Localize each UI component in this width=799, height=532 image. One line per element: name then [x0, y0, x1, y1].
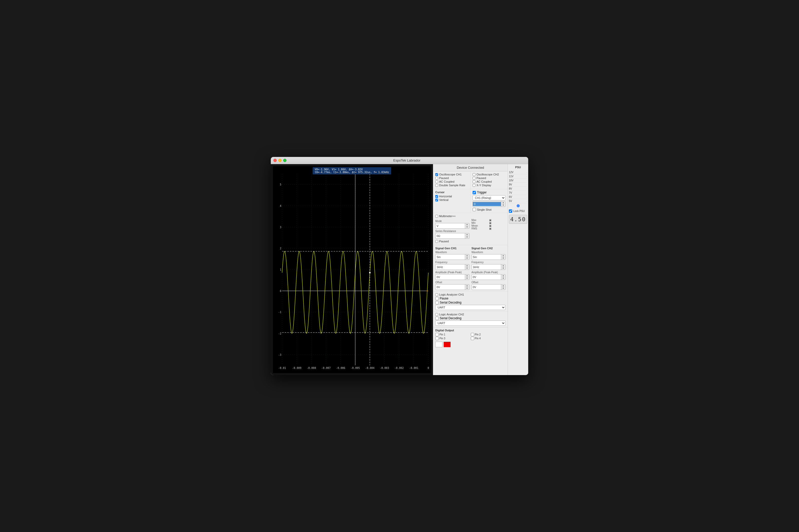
siggen-ch1-freq-up-button[interactable]: ▲: [465, 264, 469, 267]
cursor-horizontal-checkbox[interactable]: [435, 195, 438, 198]
psu-display: 4.50: [509, 215, 527, 224]
siggen-ch1-freq-buttons: ▲ ▼: [465, 264, 469, 270]
siggen-ch2-freq-input[interactable]: [472, 265, 501, 269]
lock-psu-checkbox[interactable]: [509, 209, 512, 213]
multimeter-left: Mode ▲ ▼ Series Resistance: [435, 218, 469, 243]
cursor-vertical-checkbox[interactable]: [435, 198, 438, 202]
siggen-ch1-offset-input[interactable]: [435, 285, 465, 289]
siggen-ch1-freq-down-button[interactable]: ▼: [465, 267, 469, 270]
logic-ch1-pause-label: Pause: [440, 297, 448, 300]
logic-ch1-serial-row: Serial Decoding: [435, 301, 505, 304]
trigger-value-input[interactable]: [473, 202, 501, 206]
logic-ch1-checkbox[interactable]: [435, 293, 438, 296]
maximize-button[interactable]: [283, 159, 286, 162]
siggen-ch1-offset-label: Offset: [435, 281, 469, 284]
siggen-ch2-offset-up-button[interactable]: ▲: [501, 285, 505, 287]
siggen-ch2-amp-spinner: ▲ ▼: [471, 274, 506, 280]
osc-ch2-ac-checkbox[interactable]: [472, 180, 476, 183]
multimeter-checkbox[interactable]: [435, 215, 438, 217]
mode-increment-button[interactable]: ▲: [465, 223, 469, 226]
cursor-vertical-label: Vertical: [439, 198, 448, 202]
siggen-ch2-col: Signal Gen CH2 Waveform ▲ ▼ Frequency ▲: [471, 247, 506, 290]
siggen-ch2-amp-input[interactable]: [472, 275, 501, 279]
siggen-ch2-freq-up-button[interactable]: ▲: [501, 264, 505, 267]
series-resistance-increment-button[interactable]: ▲: [465, 233, 469, 236]
siggen-ch2-offset-input[interactable]: [472, 285, 501, 289]
pin2-label: Pin 2: [475, 333, 481, 336]
mean-icon: ▣: [489, 224, 505, 227]
trigger-increment-button[interactable]: ▲: [501, 202, 505, 204]
pin4-checkbox[interactable]: [471, 337, 474, 340]
logic-ch2-checkbox[interactable]: [435, 313, 438, 316]
oscilloscope-row: Oscilloscope CH1 Paused AC Coupled Doubl…: [433, 171, 508, 189]
pin1-checkbox[interactable]: [435, 333, 439, 336]
osc-ch2-ac-row: AC Coupled: [472, 180, 505, 183]
logic-ch1-uart-select[interactable]: UART SPI I2C: [435, 305, 505, 310]
siggen-ch1-amp-up-button[interactable]: ▲: [465, 274, 469, 277]
rms-row: RMS ▣: [471, 227, 506, 230]
osc-ch1-paused-checkbox[interactable]: [435, 177, 438, 179]
oscilloscope-canvas[interactable]: [273, 166, 431, 373]
mode-label: Mode: [435, 220, 469, 223]
minimize-button[interactable]: [278, 159, 282, 162]
pin3-checkbox[interactable]: [435, 337, 439, 340]
siggen-ch1-waveform-input[interactable]: [435, 255, 465, 259]
mode-decrement-button[interactable]: ▼: [465, 226, 469, 228]
osc-ch2-xy-checkbox[interactable]: [472, 184, 476, 187]
siggen-ch2-freq-down-button[interactable]: ▼: [501, 267, 505, 270]
cursor-vertical-row: Vertical: [435, 198, 468, 202]
red-swatch[interactable]: [444, 342, 451, 347]
pin3-row: Pin 3: [435, 337, 470, 340]
main-content: V0=-1.96V, V1= 1.86V, ΔV=-3.82V t0=-4.77…: [271, 164, 528, 375]
series-resistance-decrement-button[interactable]: ▼: [465, 236, 469, 239]
siggen-ch1-freq-input[interactable]: [435, 265, 465, 269]
siggen-ch1-waveform-down-button[interactable]: ▼: [465, 257, 469, 260]
digital-output-section: Digital Output Pin 1 Pin 2 Pin 3: [433, 327, 508, 348]
trigger-mode-select[interactable]: CH1 (Rising) CH1 (Falling) CH2 (Rising) …: [472, 195, 505, 201]
scope-info-line1: V0=-1.96V, V1= 1.86V, ΔV=-3.82V: [315, 168, 389, 171]
logic-ch2-serial-label: Serial Decoding: [440, 317, 462, 320]
siggen-ch2-waveform-up-button[interactable]: ▲: [501, 254, 505, 257]
osc-ch1-double-label: Double Sample Rate: [439, 184, 465, 187]
pin4-label: Pin 4: [475, 337, 481, 340]
trigger-header: Trigger: [472, 191, 505, 194]
multimeter-paused-checkbox[interactable]: [435, 240, 438, 243]
osc-ch2-checkbox[interactable]: [472, 173, 476, 176]
osc-ch1-checkbox[interactable]: [435, 173, 438, 176]
logic-ch2-uart-select[interactable]: UART SPI I2C: [435, 321, 505, 326]
logic-ch1-serial-checkbox[interactable]: [435, 301, 439, 304]
siggen-ch1-offset-down-button[interactable]: ▼: [465, 287, 469, 290]
siggen-ch2-offset-down-button[interactable]: ▼: [501, 287, 505, 290]
close-button[interactable]: [273, 159, 277, 162]
siggen-ch1-offset-up-button[interactable]: ▲: [465, 285, 469, 287]
osc-ch2-col: Oscilloscope CH2 Paused AC Coupled X-Y D…: [470, 171, 508, 189]
siggen-ch2-amp-down-button[interactable]: ▼: [501, 277, 505, 280]
pin2-checkbox[interactable]: [471, 333, 474, 336]
siggen-ch2-amp-up-button[interactable]: ▲: [501, 274, 505, 277]
multimeter-paused-row: Paused: [435, 240, 469, 243]
siggen-ch2-offset-buttons: ▲ ▼: [501, 285, 505, 290]
multimeter-label: Multimeter++: [439, 214, 456, 217]
osc-ch1-double-checkbox[interactable]: [435, 184, 438, 187]
white-swatch[interactable]: [435, 342, 443, 347]
siggen-ch1-waveform-up-button[interactable]: ▲: [465, 254, 469, 257]
series-resistance-input[interactable]: [435, 234, 465, 238]
siggen-ch2-waveform-down-button[interactable]: ▼: [501, 257, 505, 260]
trigger-checkbox[interactable]: [472, 191, 476, 194]
mode-input[interactable]: [435, 224, 465, 228]
trigger-decrement-button[interactable]: ▼: [501, 204, 505, 207]
trigger-value-row: ▲ ▼: [472, 201, 505, 207]
logic-ch2-serial-checkbox[interactable]: [435, 317, 439, 320]
logic-ch1-pause-row: Pause: [435, 297, 505, 300]
siggen-ch1-amp-input[interactable]: [435, 275, 465, 279]
single-shot-checkbox[interactable]: [472, 208, 476, 211]
logic-ch2-header: Logic Analyzer CH2: [435, 313, 505, 316]
digital-output-label: Digital Output: [435, 329, 505, 332]
siggen-ch2-waveform-input[interactable]: [472, 255, 501, 259]
osc-ch1-ac-checkbox[interactable]: [435, 180, 438, 183]
osc-ch2-xy-row: X-Y Display: [472, 184, 505, 187]
logic-ch1-pause-checkbox[interactable]: [435, 297, 439, 300]
siggen-ch1-amp-down-button[interactable]: ▼: [465, 277, 469, 280]
osc-ch2-paused-checkbox[interactable]: [472, 177, 476, 179]
osc-ch2-paused-row: Paused: [472, 176, 505, 179]
